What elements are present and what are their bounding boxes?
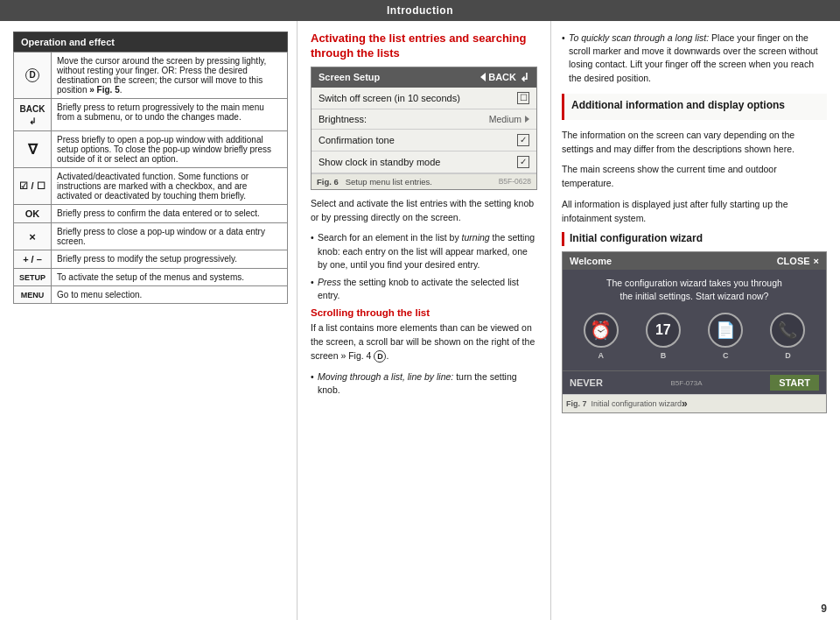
table-cell-nabla: Press briefly to open a pop-up window wi… [52, 131, 288, 168]
symbol-cell-setup: SETUP [14, 269, 52, 286]
symbol-cell-nabla: ∇ [14, 131, 52, 168]
wizard-body: The configuration wizard takes you throu… [563, 270, 826, 370]
screen-setup-row-2: Brightness: Medium [312, 109, 536, 130]
symbol-cell-checkbox: ☑ / ☐ [14, 168, 52, 205]
center-body-text: Select and activate the list entries wit… [311, 197, 537, 225]
calendar-icon: 17 [646, 313, 681, 348]
checkbox-icon-1[interactable]: ☐ [517, 92, 529, 104]
table-row: MENU Go to menu selection. [14, 286, 288, 304]
additional-info-title: Additional information and display optio… [571, 99, 820, 111]
table-header: Operation and effect [14, 32, 288, 53]
phone-icon: 📞 [770, 313, 805, 348]
wizard-icons-row: ⏰ A 17 B 📄 C [570, 309, 819, 363]
additional-info-body2: The main screens show the current time a… [562, 163, 827, 191]
table-row: D Move the cursor around the screen by p… [14, 53, 288, 99]
symbol-cell-plusminus: + / – [14, 250, 52, 269]
symbol-cell-back: BACK ↲ [14, 99, 52, 131]
table-cell-back: Briefly press to return progressively to… [52, 99, 288, 131]
wizard-header-title: Welcome [570, 256, 612, 266]
row-label-4: Show clock in standby mode [318, 157, 440, 167]
clock-icon: ⏰ [584, 313, 619, 348]
wizard-fig-text: Initial configuration wizard [592, 399, 682, 408]
screen-setup-row-3: Confirmation tone ✓ [312, 130, 536, 151]
wizard-text-line1: The configuration wizard takes you throu… [570, 277, 819, 290]
back-label: BACK [488, 72, 516, 82]
bullet-2: Press the setting knob to activate the s… [311, 276, 537, 302]
wizard-body-text: The configuration wizard takes you throu… [570, 277, 819, 302]
wizard-start-button[interactable]: START [770, 375, 819, 391]
additional-info-box: Additional information and display optio… [562, 94, 827, 120]
screen-setup-title: Screen Setup [318, 72, 380, 82]
back-icon-symbol: ↲ [520, 71, 529, 84]
symbol-cell-menu: MENU [14, 286, 52, 304]
bullet-1: Search for an element in the list by tur… [311, 231, 537, 271]
select-activate-text: Select and activate the list entries wit… [311, 198, 534, 222]
wizard-close-button[interactable]: CLOSE × [777, 256, 819, 266]
checkbox-icon-3[interactable]: ✓ [517, 134, 529, 146]
table-cell-setup: To activate the setup of the menus and s… [52, 269, 288, 286]
row-label-1: Switch off screen (in 10 seconds) [318, 93, 460, 103]
table-cell-plusminus: Briefly press to modify the setup progre… [52, 250, 288, 269]
page-number: 9 [821, 602, 827, 615]
brightness-value: Medium [489, 114, 529, 124]
table-row: SETUP To activate the setup of the menus… [14, 269, 288, 286]
table-row: ☑ / ☐ Activated/deactivated function. So… [14, 168, 288, 205]
screen-setup-row-1: Switch off screen (in 10 seconds) ☐ [312, 88, 536, 109]
wizard-fig-id: B5F-073A [671, 379, 703, 387]
table-cell-menu: Go to menu selection. [52, 286, 288, 304]
center-section-title: Activating the list entries and searchin… [311, 32, 537, 61]
table-cell-checkbox: Activated/deactivated function. Some fun… [52, 168, 288, 205]
back-button[interactable]: BACK ↲ [480, 71, 529, 84]
icon-a-label: A [598, 351, 604, 360]
right-column: To quickly scan through a long list: Pla… [551, 21, 840, 620]
close-label: CLOSE [777, 256, 810, 266]
symbol-cell-x: × [14, 223, 52, 250]
wizard-never-button[interactable]: NEVER [570, 377, 603, 388]
wizard-text-line2: the initial settings. Start wizard now? [570, 290, 819, 303]
screen-setup-row-4: Show clock in standby mode ✓ [312, 151, 536, 173]
fig-num-6: Fig. 6 [317, 177, 339, 187]
fig-id-6: B5F-0628 [499, 177, 531, 186]
scan-italic: To quickly scan through a long list: [569, 32, 709, 43]
page-header: Introduction [0, 0, 840, 21]
table-row: + / – Briefly press to modify the setup … [14, 250, 288, 269]
table-cell-x: Briefly press to close a pop-up window o… [52, 223, 288, 250]
table-row: BACK ↲ Briefly press to return progressi… [14, 99, 288, 131]
wizard-fig-num: Fig. 7 [566, 399, 587, 408]
press-italic: Press [318, 277, 341, 287]
icon-d-label: D [785, 351, 791, 360]
left-column: Operation and effect D Move the cursor a… [0, 21, 298, 620]
wizard-box: Welcome CLOSE × The configuration wizard… [562, 251, 827, 413]
d-circle-ref: D [374, 350, 386, 363]
chevron-right-icon [525, 116, 529, 123]
table-cell-ok: Briefly press to confirm the data entere… [52, 205, 288, 223]
operations-table: Operation and effect D Move the cursor a… [13, 32, 288, 304]
table-row: ∇ Press briefly to open a pop-up window … [14, 131, 288, 168]
moving-italic: Moving through a list, line by line: [318, 371, 453, 382]
center-column: Activating the list entries and searchin… [298, 21, 551, 620]
wizard-icon-c: 📄 C [708, 313, 743, 360]
back-arrow-icon [480, 73, 486, 81]
screen-setup-header: Screen Setup BACK ↲ [312, 67, 536, 88]
checkbox-icon-4[interactable]: ✓ [517, 156, 529, 168]
scrolling-title: Scrolling through the list [311, 307, 537, 318]
brightness-text: Medium [489, 114, 522, 124]
bullet-3: Moving through a list, line by line: tur… [311, 370, 537, 397]
table-row: × Briefly press to close a pop-up window… [14, 223, 288, 250]
symbol-cell-d: D [14, 53, 52, 99]
header-title: Introduction [387, 4, 453, 17]
additional-info-body1: The information on the screen can vary d… [562, 129, 827, 157]
symbol-cell-ok: OK [14, 205, 52, 223]
wizard-header: Welcome CLOSE × [563, 252, 826, 270]
turning-italic: turning [462, 232, 490, 243]
row-label-2: Brightness: [318, 114, 367, 124]
row-label-3: Confirmation tone [318, 135, 395, 145]
wizard-icon-a: ⏰ A [584, 313, 619, 360]
fig-caption-6: B5F-0628 Fig. 6 Setup menu list entries. [312, 173, 536, 189]
additional-info-body3: All information is displayed just after … [562, 198, 827, 226]
main-content: Operation and effect D Move the cursor a… [0, 21, 840, 620]
fig-text-6: Setup menu list entries. [346, 177, 432, 187]
icon-b-label: B [661, 351, 667, 360]
document-icon: 📄 [708, 313, 743, 348]
wizard-icon-b: 17 B [646, 313, 681, 360]
